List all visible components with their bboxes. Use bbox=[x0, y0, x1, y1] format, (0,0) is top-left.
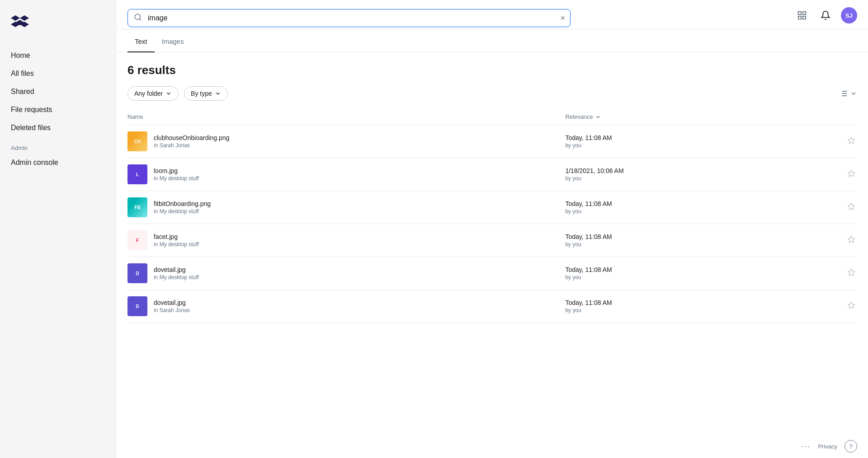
star-button[interactable] bbox=[845, 135, 857, 149]
folder-filter-label: Any folder bbox=[134, 90, 163, 97]
star-button[interactable] bbox=[845, 266, 857, 280]
column-header-name: Name bbox=[127, 110, 565, 125]
view-toggle-button[interactable] bbox=[839, 89, 857, 98]
tab-text[interactable]: Text bbox=[127, 31, 155, 52]
table-row[interactable]: FB fitbitOnboarding.png in My desktop st… bbox=[127, 191, 857, 224]
search-bar-wrapper: × bbox=[127, 9, 571, 27]
file-info: L loom.jpg in My desktop stuff bbox=[127, 164, 565, 184]
sidebar-navigation: Home All files Shared File requests Dele… bbox=[0, 47, 117, 171]
search-results-content: 6 results Any folder By type bbox=[117, 52, 868, 435]
footer-help-button[interactable]: ? bbox=[844, 440, 857, 453]
file-name: clubhouseOnbioarding.png bbox=[154, 134, 229, 141]
star-icon bbox=[847, 235, 855, 243]
svg-marker-17 bbox=[848, 137, 855, 143]
footer-more-button[interactable]: ··· bbox=[801, 442, 811, 451]
file-location: in My desktop stuff bbox=[154, 274, 199, 280]
type-filter-button[interactable]: By type bbox=[184, 86, 228, 101]
svg-marker-18 bbox=[848, 170, 855, 176]
table-row[interactable]: D dovetail.jpg in My desktop stuff Today… bbox=[127, 257, 857, 290]
tab-images[interactable]: Images bbox=[155, 31, 191, 52]
folder-filter-chevron-icon bbox=[165, 90, 172, 97]
folder-filter-button[interactable]: Any folder bbox=[127, 86, 179, 101]
relevance-info: 1/18/2021, 10:06 AM by you bbox=[565, 167, 784, 182]
star-icon bbox=[847, 202, 855, 210]
file-location: in My desktop stuff bbox=[154, 175, 199, 182]
table-header: Name Relevance bbox=[127, 110, 857, 125]
notifications-button[interactable] bbox=[817, 7, 834, 23]
file-text-info: facet.jpg in My desktop stuff bbox=[154, 233, 199, 248]
file-name: facet.jpg bbox=[154, 233, 199, 240]
svg-rect-8 bbox=[803, 12, 806, 14]
table-row[interactable]: D dovetail.jpg in Sarah Jonas Today, 11:… bbox=[127, 290, 857, 323]
type-filter-label: By type bbox=[191, 90, 212, 97]
relevance-info: Today, 11:08 AM by you bbox=[565, 200, 784, 215]
file-location: in My desktop stuff bbox=[154, 208, 211, 215]
file-thumbnail: F bbox=[127, 230, 147, 250]
file-info: F facet.jpg in My desktop stuff bbox=[127, 230, 565, 250]
relevance-date: Today, 11:08 AM bbox=[565, 200, 784, 207]
file-name: dovetail.jpg bbox=[154, 266, 199, 273]
grid-menu-button[interactable] bbox=[794, 7, 810, 23]
relevance-by: by you bbox=[565, 175, 784, 182]
sidebar-item-home[interactable]: Home bbox=[4, 47, 113, 64]
table-row[interactable]: L loom.jpg in My desktop stuff 1/18/2021… bbox=[127, 158, 857, 191]
svg-marker-1 bbox=[20, 15, 29, 21]
column-header-star bbox=[784, 110, 857, 125]
relevance-info: Today, 11:08 AM by you bbox=[565, 266, 784, 280]
file-name: loom.jpg bbox=[154, 167, 199, 174]
relevance-info: Today, 11:08 AM by you bbox=[565, 299, 784, 313]
dropbox-logo-icon bbox=[11, 14, 29, 32]
file-text-info: loom.jpg in My desktop stuff bbox=[154, 167, 199, 182]
clear-search-icon[interactable]: × bbox=[560, 14, 565, 23]
file-text-info: dovetail.jpg in My desktop stuff bbox=[154, 266, 199, 280]
file-info: FB fitbitOnboarding.png in My desktop st… bbox=[127, 197, 565, 217]
svg-rect-9 bbox=[798, 16, 801, 19]
sidebar-item-all-files[interactable]: All files bbox=[4, 65, 113, 82]
relevance-by: by you bbox=[565, 241, 784, 248]
file-thumbnail: D bbox=[127, 263, 147, 283]
sidebar-item-file-requests[interactable]: File requests bbox=[4, 101, 113, 118]
file-info: D dovetail.jpg in My desktop stuff bbox=[127, 263, 565, 283]
file-name: fitbitOnboarding.png bbox=[154, 200, 211, 207]
file-location: in My desktop stuff bbox=[154, 241, 199, 248]
star-button[interactable] bbox=[845, 168, 857, 182]
relevance-date: Today, 11:08 AM bbox=[565, 233, 784, 240]
relevance-info: Today, 11:08 AM by you bbox=[565, 233, 784, 248]
file-text-info: clubhouseOnbioarding.png in Sarah Jonas bbox=[154, 134, 229, 149]
user-avatar[interactable]: SJ bbox=[841, 7, 857, 23]
header: × SJ bbox=[117, 0, 868, 29]
search-icon bbox=[134, 13, 142, 23]
column-header-relevance: Relevance bbox=[565, 110, 784, 125]
star-button[interactable] bbox=[845, 201, 857, 215]
type-filter-chevron-icon bbox=[215, 90, 221, 97]
file-info: CH clubhouseOnbioarding.png in Sarah Jon… bbox=[127, 131, 565, 151]
file-thumbnail: FB bbox=[127, 197, 147, 217]
sidebar-item-shared[interactable]: Shared bbox=[4, 83, 113, 100]
relevance-sort-icon bbox=[595, 114, 601, 120]
search-input[interactable] bbox=[127, 9, 571, 27]
svg-line-6 bbox=[139, 19, 141, 20]
file-thumbnail: L bbox=[127, 164, 147, 184]
file-text-info: fitbitOnboarding.png in My desktop stuff bbox=[154, 200, 211, 215]
svg-marker-19 bbox=[848, 203, 855, 209]
file-location: in Sarah Jonas bbox=[154, 307, 190, 313]
footer-privacy-link[interactable]: Privacy bbox=[818, 443, 837, 450]
star-icon bbox=[847, 268, 855, 276]
relevance-by: by you bbox=[565, 142, 784, 149]
star-button[interactable] bbox=[845, 234, 857, 248]
file-info: D dovetail.jpg in Sarah Jonas bbox=[127, 296, 565, 316]
sidebar-item-deleted-files[interactable]: Deleted files bbox=[4, 119, 113, 136]
star-button[interactable] bbox=[845, 299, 857, 313]
table-row[interactable]: F facet.jpg in My desktop stuff Today, 1… bbox=[127, 224, 857, 257]
relevance-by: by you bbox=[565, 274, 784, 280]
svg-marker-0 bbox=[11, 15, 20, 21]
relevance-date: Today, 11:08 AM bbox=[565, 266, 784, 273]
svg-marker-22 bbox=[848, 302, 855, 308]
sidebar-item-admin-console[interactable]: Admin console bbox=[4, 154, 113, 171]
table-row[interactable]: CH clubhouseOnbioarding.png in Sarah Jon… bbox=[127, 125, 857, 158]
file-text-info: dovetail.jpg in Sarah Jonas bbox=[154, 299, 190, 313]
sidebar-logo bbox=[0, 9, 117, 47]
star-icon bbox=[847, 136, 855, 145]
results-count: 6 results bbox=[127, 63, 857, 77]
file-thumbnail: D bbox=[127, 296, 147, 316]
